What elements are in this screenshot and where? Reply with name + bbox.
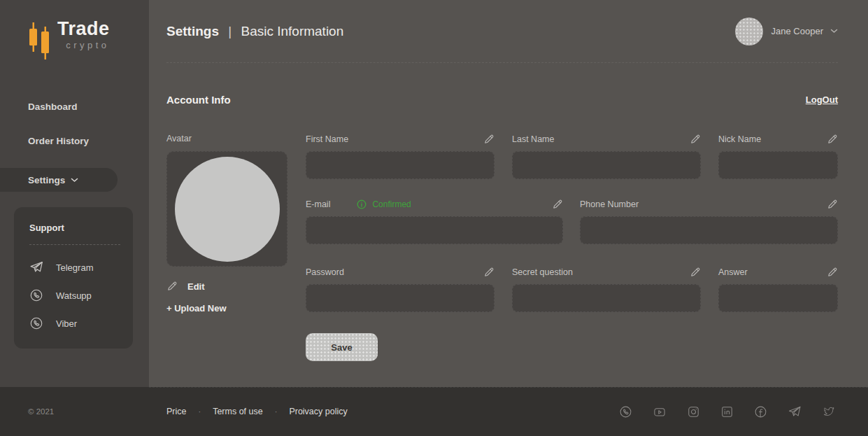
facebook-icon[interactable] [754,405,767,419]
avatar-label: Avatar [166,134,287,145]
chevron-down-icon [71,178,78,183]
app-window: Trade crypto Dashboard Order History Set… [0,0,868,436]
page-title-primary: Settings [166,24,219,38]
copyright: © 2021 [0,407,149,416]
sidebar-item-dashboard[interactable]: Dashboard [0,99,149,113]
password-label: Password [306,267,344,277]
pencil-icon[interactable] [483,267,495,278]
avatar-placeholder [175,157,280,262]
secret-question-input[interactable] [512,284,701,312]
pencil-icon [166,281,178,292]
pencil-icon[interactable] [690,134,701,145]
telegram-icon [29,260,45,274]
dot-separator: · [275,407,278,416]
first-name-field: First Name [306,134,495,179]
footer-links: Price · Terms of use · Proivacy policy [166,407,348,416]
footer-link-terms[interactable]: Terms of use [213,407,263,416]
pencil-icon[interactable] [690,267,701,278]
user-menu[interactable]: Jane Cooper [735,17,838,45]
nick-name-input[interactable] [718,151,838,179]
page-title-secondary: Basic Information [241,24,343,38]
answer-input[interactable] [718,284,838,312]
whatsapp-icon[interactable] [619,405,632,419]
phone-number-field: Phone Number [580,199,838,244]
first-name-label: First Name [306,134,348,144]
phone-number-label: Phone Number [580,199,639,209]
avatar-edit-label: Edit [187,281,205,292]
instagram-icon[interactable] [687,405,700,419]
sidebar-item-order-history[interactable]: Order History [0,134,149,148]
footer-social [619,405,868,419]
avatar-preview [166,151,287,267]
logo-title: Trade [57,18,110,39]
support-item-viber[interactable]: Viber [29,316,120,330]
email-label: E-mail [306,199,330,209]
phone-number-input[interactable] [580,216,838,244]
avatar-edit-button[interactable]: Edit [166,281,287,292]
pencil-icon[interactable] [483,134,495,145]
chevron-down-icon [830,29,838,34]
footer-link-privacy[interactable]: Proivacy policy [289,407,347,416]
secret-question-field: Secret question [512,267,701,312]
whatsapp-icon [29,288,45,302]
page-title: Settings | Basic Information [166,24,343,39]
email-confirmed-badge: Confirmed [357,199,411,209]
support-item-label: Viber [56,318,77,329]
main-content: Settings | Basic Information Jane Cooper… [149,0,868,387]
sidebar-nav: Dashboard Order History Settings [0,99,149,192]
twitter-icon[interactable] [822,405,836,418]
support-item-label: Telegram [56,262,93,273]
password-field: Password [306,267,495,312]
email-confirmed-label: Confirmed [372,199,411,209]
first-name-input[interactable] [306,151,495,179]
info-circle-icon [357,199,367,209]
footer-link-price[interactable]: Price [166,407,186,416]
sidebar: Trade crypto Dashboard Order History Set… [0,0,149,387]
support-item-telegram[interactable]: Telegram [29,260,120,274]
answer-field: Answer [718,267,838,312]
secret-question-label: Secret question [512,267,573,277]
last-name-input[interactable] [512,151,701,179]
last-name-field: Last Name [512,134,701,179]
nick-name-label: Nick Name [718,134,761,144]
logo: Trade crypto [28,18,149,60]
support-title: Support [29,223,120,233]
sidebar-item-label: Order History [28,136,89,146]
sidebar-item-label: Dashboard [28,101,78,112]
pencil-icon[interactable] [827,199,838,210]
email-input[interactable] [306,216,563,244]
answer-label: Answer [718,267,748,277]
sidebar-item-settings[interactable]: Settings [0,168,118,192]
page-title-separator: | [228,24,232,38]
save-button[interactable]: Save [306,333,378,361]
logout-link[interactable]: LogOut [806,94,838,105]
youtube-icon[interactable] [653,405,667,419]
logo-subtitle: crypto [57,40,110,50]
pencil-icon[interactable] [827,267,838,278]
section-head: Account Info LogOut [166,94,838,106]
avatar [735,17,763,45]
candlestick-logo-icon [28,22,53,60]
avatar-section: Avatar Edit + Upload New [166,134,287,361]
linkedin-icon[interactable] [720,405,734,419]
viber-icon [29,316,45,330]
nick-name-field: Nick Name [718,134,838,179]
sidebar-item-label: Settings [28,175,65,185]
page-header: Settings | Basic Information Jane Cooper [166,0,838,63]
section-title: Account Info [166,94,231,106]
pencil-icon[interactable] [827,134,838,145]
telegram-icon[interactable] [788,405,802,419]
password-input[interactable] [306,284,495,312]
divider [29,244,120,245]
last-name-label: Last Name [512,134,554,144]
support-card: Support Telegram Watsupp [14,207,133,349]
footer: © 2021 Price · Terms of use · Proivacy p… [0,387,868,436]
support-item-watsupp[interactable]: Watsupp [29,288,120,302]
email-field: E-mail Confirmed [306,199,563,244]
account-form: First Name Last Name [306,134,838,361]
pencil-icon[interactable] [552,199,563,210]
support-item-label: Watsupp [56,290,92,301]
user-name: Jane Cooper [771,26,823,36]
dot-separator: · [198,407,201,416]
avatar-upload-button[interactable]: + Upload New [166,303,287,314]
